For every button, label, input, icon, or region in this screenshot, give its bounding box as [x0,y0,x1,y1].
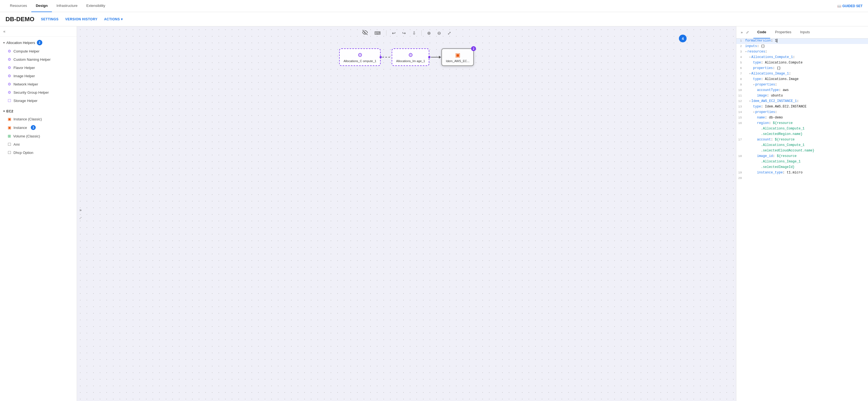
ami-label: Ami [13,142,20,147]
arrow-head [439,56,441,59]
diagram-nodes: ⚙ Allocations_C ompute_1 ⚙ Allocations_I… [338,49,475,66]
sidebar-item-security-group-helper[interactable]: ⚙ Security Group Helper [0,88,77,96]
network-helper-label: Network Helper [13,82,38,86]
zoom-out-button[interactable]: ⊖ [435,29,443,37]
guided-set-button[interactable]: 📖 GUIDED SET [837,4,863,8]
sidebar-item-custom-naming-helper[interactable]: ⚙ Custom Naming Helper [0,55,77,63]
ec2-node-badge: 2 [471,46,476,51]
sidebar-item-image-helper[interactable]: ⚙ Image Helper [0,72,77,80]
header-bar: DB-DEMO SETTINGS VERSION HISTORY ACTIONS [0,12,868,26]
sidebar-collapse-button[interactable]: « [3,29,5,34]
ec2-node-icon: ▣ [455,52,460,58]
book-icon: 📖 [837,4,841,8]
code-line-4: 4 ▾Allocations_Compute_1: [736,55,868,60]
code-line-18: 18 image_id: ${resource [736,154,868,159]
allocation-helpers-group[interactable]: ▾ Allocation Helpers 2 [0,38,77,47]
fit-button[interactable]: ⇩ [410,29,418,37]
panel-collapse-button[interactable]: ⤢ [78,215,83,221]
fullscreen-button[interactable]: ⤢ [445,29,453,37]
nav-extensibility[interactable]: Extensibility [82,0,110,12]
connector-arrow [431,57,440,57]
connector-1-2 [382,57,390,57]
security-group-label: Security Group Helper [13,90,49,95]
instance-icon: ▣ [8,125,11,130]
canvas-dots [77,26,736,401]
code-line-19: 19 instance_type: t1.micro [736,171,868,176]
zoom-in-button[interactable]: ⊕ [425,29,433,37]
code-line-16a: .Allocations_Compute_1 [736,126,868,132]
settings-action[interactable]: SETTINGS [41,17,59,21]
nav-design[interactable]: Design [31,0,52,12]
tab-inputs[interactable]: Inputs [796,26,813,38]
tab-properties[interactable]: Properties [771,26,795,38]
code-line-13: 13 type: Idem.AWS.EC2.INSTANCE [736,104,868,110]
version-history-action[interactable]: VERSION HISTORY [65,17,98,21]
image-node-label: Allocations_Im age_1 [396,59,425,63]
code-line-11: 11 image: ubuntu [736,93,868,99]
code-line-10: 10 accountType: aws [736,88,868,93]
code-line-5: 5 type: Allocations.Compute [736,60,868,66]
compute-helper-icon: ⚙ [8,49,11,53]
sidebar-item-instance-classic[interactable]: ▣ Instance (Classic) [0,115,77,123]
node-box-image[interactable]: ⚙ Allocations_Im age_1 [392,49,429,66]
node-connector-right [379,56,382,58]
code-panel-tabs: » ⤢ Code Properties Inputs [736,26,868,38]
sidebar-item-ami[interactable]: ☐ Ami [0,140,77,148]
storage-helper-label: Storage Helper [13,99,37,103]
image-helper-label: Image Helper [13,74,35,78]
ec2-group[interactable]: ▾ EC2 [0,107,77,115]
sidebar-item-volume-classic[interactable]: ⊞ Volume (Classic) [0,132,77,140]
canvas-area: ⌨ ↩ ↪ ⇩ ⊕ ⊖ ⤢ 4 ⚙ Allocations_C ompute_1 [77,26,736,401]
arrow-line [431,57,440,57]
node-box-ec2[interactable]: ▣ Idem_AWS_EC... [441,49,474,66]
actions-dropdown[interactable]: ACTIONS [104,17,123,21]
nav-resources[interactable]: Resources [5,0,31,12]
code-line-3: 3 ▾resources: [736,50,868,55]
instance-classic-icon: ▣ [8,117,11,121]
node-allocations-compute[interactable]: ⚙ Allocations_C ompute_1 [339,49,381,66]
code-content: 1 formatVersion: 1 2 inputs: {} 3 ▾resou… [736,38,868,401]
code-panel: » ⤢ Code Properties Inputs 1 formatVersi… [736,26,868,401]
image-helper-icon: ⚙ [8,74,11,78]
sidebar-item-storage-helper[interactable]: ☐ Storage Helper [0,96,77,105]
panel-resize-button[interactable]: ⤢ [745,30,750,35]
visibility-toggle-button[interactable] [360,28,370,38]
node-idem-ec2[interactable]: ▣ Idem_AWS_EC... 2 [441,49,474,66]
main-layout: « ▾ Allocation Helpers 2 ⚙ Compute Helpe… [0,26,868,401]
allocation-helpers-section: ▾ Allocation Helpers 2 ⚙ Compute Helper … [0,36,77,106]
volume-classic-icon: ⊞ [8,134,11,138]
panel-expand-button[interactable]: » [78,207,83,213]
code-line-9: 9 ▾properties: [736,83,868,88]
ec2-section: ▾ EC2 ▣ Instance (Classic) ▣ Instance 3 … [0,106,77,158]
node-allocations-image[interactable]: ⚙ Allocations_Im age_1 [392,49,429,66]
nav-infrastructure[interactable]: Infrastructure [52,0,82,12]
node-connector-right-2 [428,56,430,58]
sidebar-header: « [0,26,77,36]
code-line-17: 17 account: ${resource [736,137,868,143]
code-line-7: 7 ▾Allocations_Image_1: [736,71,868,77]
custom-naming-label: Custom Naming Helper [13,57,51,62]
canvas-side-panel-btns: » ⤢ [77,206,84,222]
sidebar-item-flavor-helper[interactable]: ⚙ Flavor Helper [0,63,77,72]
code-line-20: 20 [736,176,868,181]
instance-badge: 3 [31,125,36,130]
node-box-compute[interactable]: ⚙ Allocations_C ompute_1 [339,49,381,66]
sidebar-item-dhcp-option[interactable]: ☐ Dhcp Option [0,148,77,157]
keyboard-shortcut-button[interactable]: ⌨ [372,29,383,37]
panel-pin-button[interactable]: » [740,30,744,35]
code-line-14: 14 ▾properties: [736,110,868,116]
tab-code[interactable]: Code [753,26,770,38]
code-line-17a: .Allocations_Compute_1 [736,143,868,148]
sidebar-item-network-helper[interactable]: ⚙ Network Helper [0,80,77,88]
redo-button[interactable]: ↪ [400,29,408,37]
undo-button[interactable]: ↩ [390,29,398,37]
sidebar-item-compute-helper[interactable]: ⚙ Compute Helper [0,47,77,55]
allocation-helpers-badge: 2 [37,40,42,45]
sidebar: « ▾ Allocation Helpers 2 ⚙ Compute Helpe… [0,26,77,401]
flavor-helper-icon: ⚙ [8,65,11,70]
instance-classic-label: Instance (Classic) [13,117,42,121]
canvas-toolbar: ⌨ ↩ ↪ ⇩ ⊕ ⊖ ⤢ [77,26,736,39]
code-line-16b: .selectedRegion.name} [736,132,868,137]
compute-helper-label: Compute Helper [13,49,39,53]
sidebar-item-instance[interactable]: ▣ Instance 3 [0,123,77,132]
